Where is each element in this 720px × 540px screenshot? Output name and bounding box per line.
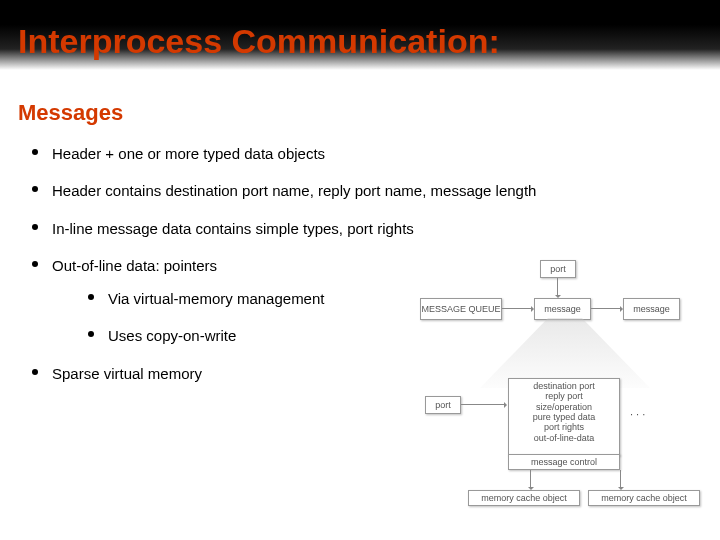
diagram-message-queue: MESSAGE QUEUE xyxy=(420,298,502,320)
diagram-detail-line: pure typed data xyxy=(533,412,596,422)
diagram-detail-line: out-of-line-data xyxy=(534,433,595,443)
diagram-message-detail: destination port reply port size/operati… xyxy=(508,378,620,456)
bullet-text: Via virtual-memory management xyxy=(108,290,324,307)
arrow-icon xyxy=(530,470,531,488)
list-item: Header contains destination port name, r… xyxy=(30,179,700,202)
diagram-dots: · · · xyxy=(630,408,645,420)
slide-title: Interprocess Communication: xyxy=(18,22,500,61)
arrow-icon xyxy=(591,308,621,309)
bullet-text: In-line message data contains simple typ… xyxy=(52,220,414,237)
diagram-message-control: message control xyxy=(508,454,620,470)
diagram-detail-line: reply port xyxy=(545,391,583,401)
diagram-port-top: port xyxy=(540,260,576,278)
diagram-detail-line: destination port xyxy=(533,381,595,391)
bullet-text: Uses copy-on-write xyxy=(108,327,236,344)
diagram-memory-cache-object: memory cache object xyxy=(588,490,700,506)
list-item: Header + one or more typed data objects xyxy=(30,142,700,165)
bullet-text: Header contains destination port name, r… xyxy=(52,182,536,199)
bullet-text: Sparse virtual memory xyxy=(52,365,202,382)
arrow-icon xyxy=(557,278,558,296)
diagram-message: message xyxy=(623,298,680,320)
diagram-memory-cache-object: memory cache object xyxy=(468,490,580,506)
diagram-detail-line: size/operation xyxy=(536,402,592,412)
diagram-port-left: port xyxy=(425,396,461,414)
diagram-message: message xyxy=(534,298,591,320)
bullet-text: Out-of-line data: pointers xyxy=(52,257,217,274)
arrow-icon xyxy=(502,308,532,309)
list-item: In-line message data contains simple typ… xyxy=(30,217,700,240)
arrow-icon xyxy=(461,404,505,405)
bullet-text: Header + one or more typed data objects xyxy=(52,145,325,162)
arrow-icon xyxy=(620,470,621,488)
diagram-detail-line: port rights xyxy=(544,422,584,432)
slide-subtitle: Messages xyxy=(18,100,123,126)
message-diagram: port MESSAGE QUEUE message message port … xyxy=(420,278,710,508)
